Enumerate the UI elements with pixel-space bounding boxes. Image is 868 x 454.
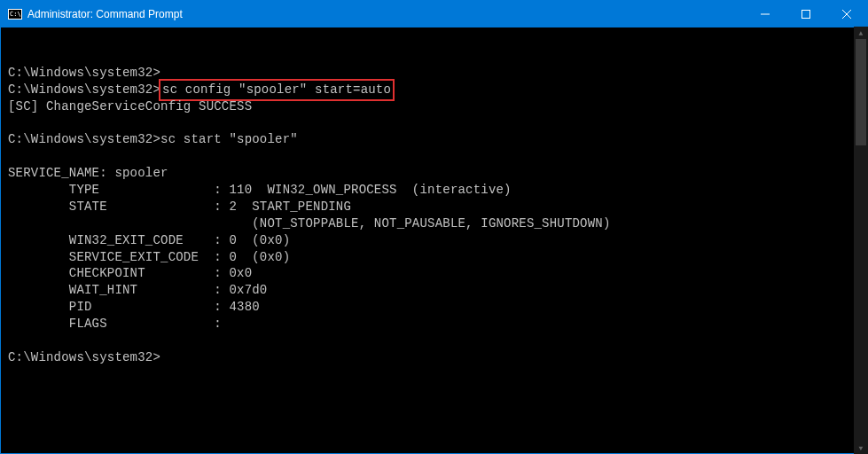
output-line: SERVICE_NAME: spooler: [8, 166, 168, 180]
prompt-line: C:\Windows\system32>sc config "spooler" …: [8, 82, 393, 97]
minimize-button[interactable]: [745, 1, 786, 27]
prompt-text: C:\Windows\system32>: [8, 82, 160, 97]
vertical-scrollbar[interactable]: ▲ ▼: [854, 27, 868, 454]
terminal-output[interactable]: C:\Windows\system32> C:\Windows\system32…: [1, 27, 867, 453]
output-line: TYPE : 110 WIN32_OWN_PROCESS (interactiv…: [8, 183, 512, 197]
output-line: [SC] ChangeServiceConfig SUCCESS: [8, 99, 252, 114]
maximize-button[interactable]: [786, 1, 826, 27]
output-line: (NOT_STOPPABLE, NOT_PAUSABLE, IGNORES_SH…: [8, 216, 611, 231]
prompt-line: C:\Windows\system32>sc start "spooler": [8, 132, 298, 146]
cmd-icon: C:\: [8, 7, 22, 21]
scroll-down-arrow[interactable]: ▼: [854, 442, 868, 454]
output-line: FLAGS :: [8, 317, 222, 331]
window-title: Administrator: Command Prompt: [27, 8, 183, 20]
prompt-line: C:\Windows\system32>: [8, 66, 160, 80]
output-line: WIN32_EXIT_CODE : 0 (0x0): [8, 233, 290, 247]
close-button[interactable]: [826, 1, 867, 27]
command-prompt-window: C:\ Administrator: Command Prompt C:\Win…: [0, 0, 868, 454]
titlebar[interactable]: C:\ Administrator: Command Prompt: [1, 1, 867, 27]
output-line: STATE : 2 START_PENDING: [8, 200, 351, 214]
svg-rect-1: [802, 11, 810, 19]
scroll-up-arrow[interactable]: ▲: [854, 27, 868, 39]
output-line: PID : 4380: [8, 300, 260, 314]
prompt-line: C:\Windows\system32>: [8, 350, 160, 364]
scrollbar-thumb[interactable]: [856, 39, 866, 145]
output-line: WAIT_HINT : 0x7d0: [8, 283, 267, 297]
highlighted-command: sc config "spooler" start=auto: [159, 79, 395, 101]
output-line: SERVICE_EXIT_CODE : 0 (0x0): [8, 250, 290, 264]
output-line: CHECKPOINT : 0x0: [8, 266, 252, 280]
